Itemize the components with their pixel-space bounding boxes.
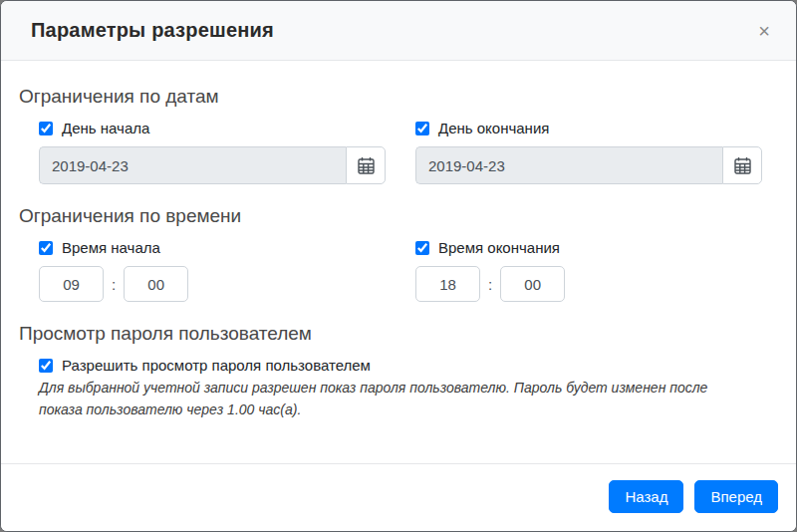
back-button[interactable]: Назад xyxy=(609,480,683,513)
start-date-calendar-button[interactable] xyxy=(346,146,386,184)
close-icon[interactable]: × xyxy=(752,21,776,41)
permission-parameters-dialog: Параметры разрешения × Ограничения по да… xyxy=(0,0,797,532)
calendar-icon xyxy=(734,156,751,174)
start-date-checkbox[interactable] xyxy=(39,122,53,135)
end-time-minute-input[interactable] xyxy=(500,266,565,302)
end-time-checkbox[interactable] xyxy=(415,241,429,255)
start-time-column: Время начала : xyxy=(39,239,386,302)
start-date-label: День начала xyxy=(62,120,149,136)
allow-password-view-checkbox[interactable] xyxy=(39,359,53,373)
times-row: Время начала : Время окончания : xyxy=(39,239,762,302)
end-time-label: Время окончания xyxy=(438,239,560,256)
start-time-minute-input[interactable] xyxy=(124,266,188,302)
dates-row: День начала xyxy=(39,120,762,184)
password-block: Разрешить просмотр пароля пользователем … xyxy=(39,357,762,420)
start-time-label: Время начала xyxy=(62,239,160,256)
end-time-hour-input[interactable] xyxy=(415,266,480,302)
end-date-checkbox[interactable] xyxy=(415,122,429,135)
start-date-input[interactable] xyxy=(39,146,346,184)
time-separator: : xyxy=(112,276,116,293)
end-date-input[interactable] xyxy=(415,146,722,184)
dialog-title: Параметры разрешения xyxy=(31,19,274,42)
password-section-heading: Просмотр пароля пользователем xyxy=(19,323,778,345)
calendar-icon xyxy=(358,156,375,174)
times-section-heading: Ограничения по времени xyxy=(19,205,778,227)
end-date-column: День окончания xyxy=(415,120,762,184)
end-date-label: День окончания xyxy=(438,120,549,136)
start-time-checkbox[interactable] xyxy=(39,241,53,255)
dialog-header: Параметры разрешения × xyxy=(1,1,796,61)
dialog-footer: Назад Вперед xyxy=(1,463,796,531)
time-separator: : xyxy=(488,276,492,293)
password-note: Для выбранной учетной записи разрешен по… xyxy=(39,378,746,420)
dates-section-heading: Ограничения по датам xyxy=(19,86,778,108)
start-time-hour-input[interactable] xyxy=(39,266,104,302)
allow-password-view-label: Разрешить просмотр пароля пользователем xyxy=(62,357,371,374)
forward-button[interactable]: Вперед xyxy=(694,480,778,513)
dialog-body: Ограничения по датам День начала xyxy=(1,61,796,463)
start-date-column: День начала xyxy=(39,120,386,184)
end-time-column: Время окончания : xyxy=(415,239,762,302)
end-date-calendar-button[interactable] xyxy=(722,146,762,184)
